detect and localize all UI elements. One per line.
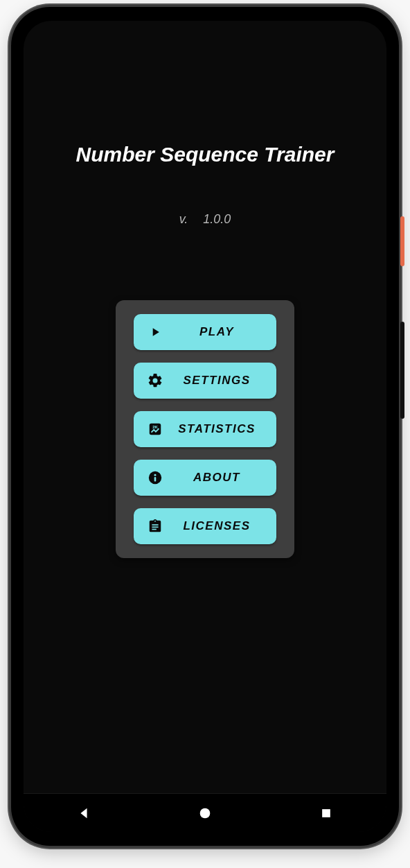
- play-label: PLAY: [177, 325, 264, 339]
- android-nav-bar: [24, 793, 386, 832]
- svg-rect-5: [152, 524, 158, 526]
- statistics-button[interactable]: 2K STATISTICS: [134, 411, 276, 447]
- version-number: 1.0.0: [203, 212, 231, 227]
- info-icon: [146, 469, 164, 487]
- about-label: ABOUT: [177, 471, 264, 485]
- phone-device-frame: Number Sequence Trainer v. 1.0.0 PLAY SE…: [11, 7, 399, 846]
- device-volume-button: [400, 322, 404, 419]
- main-menu-panel: PLAY SETTINGS 2K: [116, 300, 294, 558]
- settings-label: SETTINGS: [177, 374, 264, 388]
- app-title: Number Sequence Trainer: [76, 143, 335, 166]
- gear-icon: [146, 372, 164, 390]
- svg-rect-6: [152, 526, 158, 528]
- svg-rect-4: [154, 477, 157, 481]
- licenses-button[interactable]: LICENSES: [134, 508, 276, 544]
- licenses-label: LICENSES: [177, 519, 264, 533]
- svg-rect-9: [322, 809, 330, 817]
- about-button[interactable]: ABOUT: [134, 460, 276, 496]
- app-main-area: Number Sequence Trainer v. 1.0.0 PLAY SE…: [24, 60, 386, 793]
- svg-point-3: [154, 474, 157, 476]
- statistics-label: STATISTICS: [177, 422, 264, 436]
- device-power-button: [400, 216, 404, 266]
- chart-icon: 2K: [146, 420, 164, 438]
- settings-button[interactable]: SETTINGS: [134, 363, 276, 399]
- svg-rect-7: [152, 529, 156, 530]
- nav-back-button[interactable]: [56, 806, 112, 821]
- play-button[interactable]: PLAY: [134, 314, 276, 350]
- nav-recent-button[interactable]: [298, 806, 354, 820]
- version-prefix: v.: [179, 212, 188, 227]
- svg-text:2K: 2K: [152, 425, 158, 429]
- play-icon: [146, 323, 164, 341]
- status-bar: [24, 21, 386, 60]
- screen: Number Sequence Trainer v. 1.0.0 PLAY SE…: [24, 21, 386, 832]
- svg-point-8: [200, 808, 211, 818]
- version-row: v. 1.0.0: [179, 212, 231, 227]
- clipboard-icon: [146, 517, 164, 535]
- nav-home-button[interactable]: [177, 806, 233, 821]
